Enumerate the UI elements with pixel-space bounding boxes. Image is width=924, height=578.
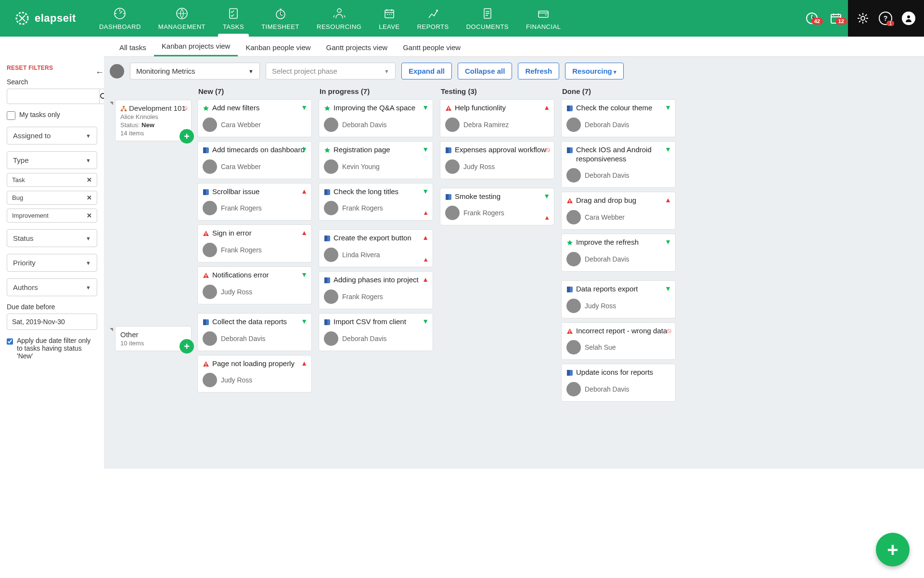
reset-filters[interactable]: RESET FILTERS xyxy=(7,65,97,71)
authors-select[interactable]: Authors▼ xyxy=(7,278,97,296)
user-avatar[interactable] xyxy=(902,12,915,25)
tab-kanban-people[interactable]: Kanban people view xyxy=(238,39,318,56)
svg-rect-18 xyxy=(203,147,206,153)
nav-resourcing[interactable]: RESOURCING xyxy=(308,0,370,37)
task-title: Import CSV from client xyxy=(334,317,428,327)
project-item-count: 14 items xyxy=(120,130,186,137)
task-card[interactable]: Create the export button▲Linda Rivera▲ xyxy=(319,229,433,267)
add-task-button[interactable]: + xyxy=(180,339,194,354)
task-card[interactable]: Incorrect report - wrong data⦸Selah Sue xyxy=(561,322,676,360)
assignee-avatar xyxy=(566,210,581,224)
assignee-avatar xyxy=(324,201,338,215)
assignee-avatar xyxy=(566,168,581,183)
resourcing-button[interactable]: Resourcing xyxy=(565,63,624,79)
nav-leave[interactable]: LEAVE xyxy=(370,0,408,37)
logo[interactable]: elapseit xyxy=(0,11,90,26)
assignee-name: Cara Webber xyxy=(585,213,625,221)
expand-all-button[interactable]: Expand all xyxy=(401,63,452,79)
task-card[interactable]: Drag and drop bug▲Cara Webber xyxy=(561,192,676,230)
task-card[interactable]: Improving the Q&A space▼Deborah Davis xyxy=(319,99,433,137)
collapse-sidebar-icon[interactable]: ← xyxy=(95,67,104,78)
project-title: Other xyxy=(120,330,139,339)
board-toolbar: Monitoring Metrics▼ Select project phase… xyxy=(110,63,918,79)
warning-icon: ▲ xyxy=(544,214,550,221)
task-type-icon xyxy=(203,361,209,368)
tab-kanban-projects[interactable]: Kanban projects view xyxy=(154,37,238,56)
priority-low-icon: ▼ xyxy=(301,145,308,153)
nav-reports[interactable]: REPORTS xyxy=(409,0,458,37)
svg-rect-23 xyxy=(205,275,206,276)
notifications-clock[interactable]: 42 xyxy=(800,11,824,26)
task-title: Create the export button xyxy=(334,234,428,243)
collapse-all-button[interactable]: Collapse all xyxy=(458,63,512,79)
task-card[interactable]: Check IOS and Android responsiveness▼Deb… xyxy=(561,141,676,188)
phase-select[interactable]: Select project phase▼ xyxy=(266,63,396,79)
task-card[interactable]: Check the colour theme▼Deborah Davis xyxy=(561,99,676,137)
assigned-to-select[interactable]: Assigned to▼ xyxy=(7,127,97,144)
priority-low-icon: ▼ xyxy=(422,104,429,111)
task-card[interactable]: Help functionlity▲Debra Ramirez xyxy=(440,99,554,137)
svg-rect-20 xyxy=(203,189,206,195)
my-tasks-checkbox[interactable] xyxy=(7,111,15,120)
task-card[interactable]: Collect the data reports▼Deborah Davis xyxy=(197,313,312,351)
svg-rect-34 xyxy=(324,277,327,283)
assignee-name: Judy Ross xyxy=(463,163,495,171)
task-card[interactable]: Scrollbar issue▲Frank Rogers xyxy=(197,183,312,221)
task-card[interactable]: Notifications error▼Judy Ross xyxy=(197,266,312,304)
nav-timesheet[interactable]: TIMESHEET xyxy=(253,0,308,37)
priority-select[interactable]: Priority▼ xyxy=(7,254,97,272)
priority-high-icon: ▲ xyxy=(422,234,429,241)
type-chip-bug[interactable]: Bug✕ xyxy=(7,191,97,205)
task-card[interactable]: Registration page▼Kevin Young xyxy=(319,141,433,179)
task-card[interactable]: Import CSV from client▼Deborah Davis xyxy=(319,313,433,351)
tab-all-tasks[interactable]: All tasks xyxy=(112,39,154,56)
warning-icon: ▲ xyxy=(423,209,429,216)
gear-icon[interactable] xyxy=(857,12,869,25)
task-card[interactable]: Update icons for reportsDeborah Davis xyxy=(561,364,676,402)
collapse-group-icon[interactable] xyxy=(110,328,113,331)
task-type-icon xyxy=(324,189,331,196)
leave-icon xyxy=(383,7,396,20)
apply-due-checkbox-row[interactable]: Apply due date filter only to tasks havi… xyxy=(7,337,97,360)
column-group: Smoke testing▼Frank Rogers▲ xyxy=(440,188,554,226)
priority-high-icon: ▲ xyxy=(301,359,308,367)
project-avatar[interactable] xyxy=(110,64,124,79)
column-group: Collect the data reports▼Deborah DavisPa… xyxy=(197,313,312,393)
nav-management[interactable]: MANAGEMENT xyxy=(150,0,214,37)
remove-chip-icon[interactable]: ✕ xyxy=(87,212,92,219)
type-chip-task[interactable]: Task✕ xyxy=(7,173,97,187)
task-card[interactable]: Data reports export▼Judy Ross xyxy=(561,280,676,318)
tab-gantt-people[interactable]: Gantt people view xyxy=(395,39,468,56)
project-card[interactable]: Development 101⦸Alice KnnolesStatus: New… xyxy=(115,100,192,141)
task-card[interactable]: Adding phases into project▲Frank Rogers xyxy=(319,271,433,309)
nav-dashboard[interactable]: DASHBOARD xyxy=(90,0,150,37)
apply-due-checkbox[interactable] xyxy=(7,337,13,346)
collapse-group-icon[interactable] xyxy=(110,102,113,105)
refresh-button[interactable]: Refresh xyxy=(518,63,559,79)
project-card[interactable]: Other10 items+ xyxy=(115,326,192,351)
my-tasks-checkbox-row[interactable]: My tasks only xyxy=(7,111,97,120)
notifications-calendar[interactable]: 12 xyxy=(824,11,848,26)
task-card[interactable]: Page not loading properly▲Judy Ross xyxy=(197,355,312,393)
help-button[interactable]: ? 1 xyxy=(879,12,892,25)
tab-gantt-projects[interactable]: Gantt projects view xyxy=(319,39,396,56)
task-card[interactable]: Sign in error▲Frank Rogers xyxy=(197,224,312,263)
task-card[interactable]: Improve the refresh▼Deborah Davis xyxy=(561,234,676,272)
status-select[interactable]: Status▼ xyxy=(7,229,97,247)
search-input[interactable] xyxy=(7,89,100,104)
task-card[interactable]: Smoke testing▼Frank Rogers▲ xyxy=(440,188,554,226)
remove-chip-icon[interactable]: ✕ xyxy=(87,176,92,184)
nav-financial[interactable]: FINANCIAL xyxy=(517,0,569,37)
type-select[interactable]: Type▼ xyxy=(7,151,97,169)
task-card[interactable]: Add timecards on dashboard▼Cara Webber xyxy=(197,141,312,179)
add-task-button[interactable]: + xyxy=(180,129,194,144)
task-card[interactable]: Expenses approval workflow⦸Judy Ross xyxy=(440,141,554,179)
task-card[interactable]: Add new filters▼Cara Webber xyxy=(197,99,312,137)
due-date-input[interactable]: Sat, 2019-Nov-30 xyxy=(7,314,97,330)
nav-tasks[interactable]: TASKS xyxy=(214,0,253,37)
project-select[interactable]: Monitoring Metrics▼ xyxy=(130,63,260,79)
nav-documents[interactable]: DOCUMENTS xyxy=(458,0,517,37)
task-card[interactable]: Check the long titles▼Frank Rogers▲ xyxy=(319,183,433,221)
remove-chip-icon[interactable]: ✕ xyxy=(87,194,92,201)
type-chip-improvement[interactable]: Improvement✕ xyxy=(7,209,97,223)
